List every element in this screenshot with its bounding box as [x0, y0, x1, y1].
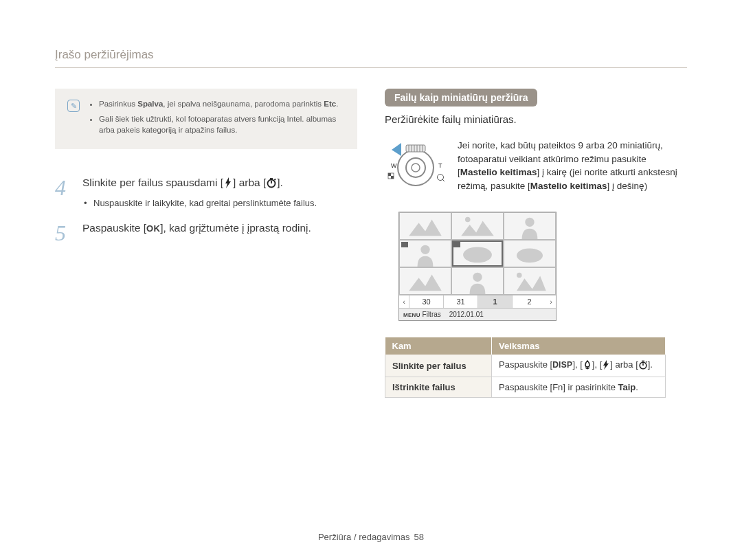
- svg-point-19: [420, 245, 429, 254]
- svg-point-17: [465, 217, 471, 223]
- right-arrow-icon: ›: [546, 298, 556, 306]
- disp-button-label: DISP: [552, 360, 572, 370]
- svg-line-16: [442, 179, 445, 181]
- thumb-cell: [399, 267, 451, 295]
- thumb-cell: [451, 212, 504, 240]
- section-pill: Failų kaip miniatiūrų peržiūra: [385, 89, 537, 107]
- svg-rect-14: [391, 176, 394, 179]
- date-cell: 30: [409, 295, 443, 308]
- note-box: ✎ Pasirinkus Spalva, jei spalva neišgaun…: [55, 89, 357, 149]
- svg-point-3: [406, 158, 425, 177]
- flash-icon: [223, 177, 233, 191]
- svg-point-4: [412, 164, 420, 172]
- thumb-cell: [399, 212, 451, 240]
- thumbnail-preview: ‹ 30 31 1 2 › MENU Filtras 2012.01.01: [398, 212, 556, 321]
- date-cell-active: 1: [477, 295, 512, 308]
- date-cell: 31: [443, 295, 477, 308]
- timer-icon: [638, 360, 648, 372]
- filter-label: Filtras: [423, 311, 441, 318]
- ok-button-label: OK: [146, 223, 160, 234]
- table-header: Veiksmas: [492, 337, 666, 355]
- step-number: 4: [55, 177, 73, 208]
- thumb-cell: [399, 240, 451, 267]
- w-label: W: [391, 162, 397, 169]
- svg-point-20: [463, 247, 492, 263]
- t-label: T: [438, 162, 442, 169]
- table-header: Kam: [385, 337, 492, 355]
- thumb-cell-selected: [451, 240, 504, 267]
- left-arrow-icon: ‹: [399, 298, 409, 306]
- table-row-value: Paspauskite [Fn] ir pasirinkite Taip.: [492, 377, 666, 398]
- page-title: Įrašo peržiūrėjimas: [55, 48, 687, 68]
- svg-rect-13: [388, 173, 391, 176]
- thumb-cell: [504, 267, 556, 295]
- menu-label: MENU: [403, 312, 420, 318]
- svg-point-21: [517, 248, 543, 262]
- svg-point-23: [517, 273, 522, 278]
- date-value: 2012.01.01: [449, 311, 484, 318]
- svg-point-2: [398, 150, 434, 186]
- note-item: Pasirinkus Spalva, jei spalva neišgaunam…: [99, 98, 345, 109]
- note-item: Gali šiek tiek užtrukti, kol fotoaparata…: [99, 113, 345, 135]
- step-number: 5: [55, 222, 73, 244]
- zoom-dial-illustration: W T: [385, 139, 447, 198]
- table-row-label: Slinkite per failus: [385, 355, 492, 377]
- fn-button-label: Fn: [552, 382, 563, 392]
- thumb-cell: [451, 267, 504, 295]
- dial-description: Jei norite, kad būtų pateiktos 9 arba 20…: [458, 139, 687, 198]
- svg-point-22: [473, 273, 482, 282]
- table-row-label: Ištrinkite failus: [385, 377, 492, 398]
- timer-icon: [266, 177, 277, 191]
- table-row-value: Paspauskite [DISP], [], [] arba [].: [492, 355, 666, 377]
- actions-table: Kam Veiksmas Slinkite per failus Paspaus…: [385, 337, 666, 398]
- section-subtitle: Peržiūrėkite failų miniatiūras.: [385, 113, 687, 125]
- step-body: Slinkite per failus spausdami [] arba []…: [82, 177, 357, 208]
- thumb-cell: [504, 212, 556, 240]
- page-footer: Peržiūra / redagavimas58: [0, 532, 742, 542]
- macro-icon: [583, 360, 592, 372]
- svg-point-18: [525, 218, 534, 227]
- step-subline: Nuspauskite ir laikykite, kad greitai pe…: [93, 198, 357, 208]
- date-cell: 2: [512, 295, 546, 308]
- thumb-cell: [504, 240, 556, 267]
- note-icon: ✎: [67, 100, 80, 112]
- step-body: Paspauskite [OK], kad grįžtumėte į įpras…: [82, 222, 357, 244]
- flash-icon: [602, 360, 610, 372]
